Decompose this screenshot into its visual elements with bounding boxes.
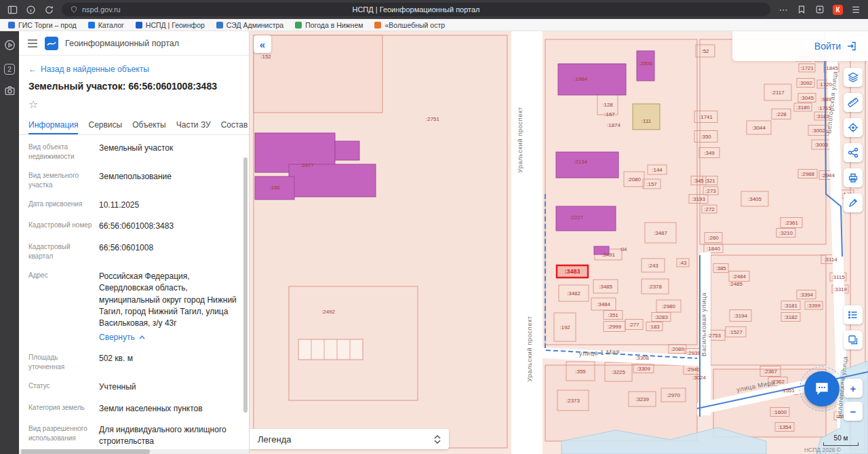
- parcel-label[interactable]: :3182: [784, 314, 798, 320]
- bookmark-item[interactable]: СЭД Администра: [216, 21, 283, 29]
- parcel-label[interactable]: :152: [260, 54, 271, 60]
- parcel-label[interactable]: :2367: [764, 368, 778, 375]
- parcel-label[interactable]: :3193: [692, 196, 706, 202]
- parcel-label[interactable]: :2117: [771, 90, 785, 96]
- bookmark-item[interactable]: Каталог: [88, 21, 124, 29]
- parcel-label[interactable]: :2999: [608, 324, 622, 330]
- parcel-label[interactable]: :3183: [816, 113, 830, 119]
- parcel-label[interactable]: :3210: [779, 230, 793, 236]
- panel-vertical-scrollbar[interactable]: [243, 157, 248, 418]
- parcel-label[interactable]: :273: [705, 188, 716, 194]
- parcel-label[interactable]: :1984: [574, 76, 588, 82]
- cadastral-block[interactable]: [711, 255, 826, 365]
- parcel-label[interactable]: :260: [708, 235, 719, 241]
- cadastral-block[interactable]: [254, 35, 382, 113]
- parcel-label[interactable]: :3024: [692, 375, 707, 381]
- bookmark-item[interactable]: «Волшебный остр: [374, 21, 445, 29]
- tabs-count-badge[interactable]: 2: [4, 64, 15, 75]
- parcel-label[interactable]: :1840: [707, 246, 721, 252]
- parcel-label[interactable]: :1715: [818, 105, 832, 111]
- parcel-label[interactable]: :2484: [732, 273, 747, 280]
- parcel-label[interactable]: :228: [776, 111, 787, 117]
- menu-icon[interactable]: [27, 39, 38, 48]
- favorite-star-icon[interactable]: ☆: [19, 93, 249, 113]
- extensions-more-icon[interactable]: ⋯: [778, 4, 789, 15]
- parcel-label[interactable]: :351: [608, 312, 618, 318]
- parcel-label[interactable]: :2506: [639, 60, 653, 67]
- parcel-label[interactable]: :3194: [734, 313, 748, 319]
- parcel-label[interactable]: :3482: [567, 290, 581, 297]
- parcel-label[interactable]: :3319: [833, 286, 848, 292]
- parcel-label[interactable]: :2944: [821, 172, 835, 178]
- map-layers-icon[interactable]: [844, 330, 863, 349]
- parcel-label[interactable]: :3092: [799, 80, 813, 86]
- edit-icon[interactable]: [844, 193, 863, 212]
- parcel-label[interactable]: :3044: [752, 125, 766, 131]
- address-bar[interactable]: nspd.gov.ru НСПД | Геоинформационный пор…: [62, 3, 770, 16]
- parcel-label[interactable]: :272: [704, 206, 715, 212]
- parcel-label[interactable]: :183: [649, 324, 660, 330]
- parcel-label[interactable]: :2362: [771, 379, 785, 385]
- parcel-label[interactable]: :321: [705, 178, 715, 184]
- bookmark-flag-icon[interactable]: [796, 4, 807, 15]
- parcel-label[interactable]: :1600: [773, 409, 787, 415]
- parcel-label[interactable]: :2134: [574, 159, 588, 165]
- parcel-label[interactable]: :3394: [800, 292, 814, 298]
- parcel-label[interactable]: :345: [693, 178, 704, 184]
- parcel-label[interactable]: :52: [701, 48, 709, 54]
- print-icon[interactable]: [844, 168, 863, 187]
- parcel-label[interactable]: :3405: [748, 196, 762, 202]
- parcel-label[interactable]: :2089: [671, 346, 685, 352]
- parcel-label[interactable]: :3180: [796, 105, 810, 111]
- parcel-label[interactable]: :111: [642, 118, 652, 124]
- parcel-label[interactable]: :277: [629, 322, 639, 328]
- share-icon[interactable]: [844, 143, 863, 162]
- page-info-icon[interactable]: [25, 4, 36, 15]
- bookmark-item[interactable]: НСПД | Геоинфор: [136, 21, 205, 29]
- panel-horizontal-scrollbar[interactable]: [19, 449, 249, 454]
- results-list-icon[interactable]: [844, 305, 863, 324]
- refresh-icon[interactable]: [43, 4, 54, 15]
- zoom-in-button[interactable]: +: [844, 379, 863, 398]
- parcel-label[interactable]: :355: [575, 368, 586, 375]
- parcel-label[interactable]: :1720: [818, 81, 833, 88]
- cadastral-map[interactable]: Уральский проспектУральский проспектВаси…: [250, 31, 868, 454]
- parcel-label[interactable]: :3483: [564, 268, 580, 275]
- parcel-label[interactable]: :349: [704, 150, 715, 156]
- ruler-icon[interactable]: [844, 93, 863, 112]
- player-icon[interactable]: [4, 39, 16, 54]
- login-button[interactable]: Войти: [814, 41, 841, 52]
- tab-Объекты[interactable]: Объекты: [132, 116, 166, 134]
- back-link[interactable]: ← Назад в найденные объекты: [19, 56, 249, 75]
- parcel-label[interactable]: :2378: [648, 284, 663, 290]
- parcel-label[interactable]: :167: [604, 111, 615, 117]
- parcel-label[interactable]: :3484: [597, 301, 611, 307]
- parcel-label[interactable]: :1845: [825, 65, 839, 71]
- tab-Информация[interactable]: Информация: [28, 116, 78, 134]
- sidebar-toggle-icon[interactable]: [7, 4, 18, 15]
- parcel-label[interactable]: :3309: [637, 366, 651, 372]
- parcel-label[interactable]: :192: [559, 324, 570, 330]
- parcel-label[interactable]: :157: [646, 181, 657, 187]
- parcel-label[interactable]: :3225: [612, 369, 626, 375]
- tab-Части ЗУ[interactable]: Части ЗУ: [176, 116, 211, 134]
- parcel-label[interactable]: :3002: [812, 128, 826, 134]
- coordinates-icon[interactable]: [844, 118, 863, 137]
- parcel-label[interactable]: :3239: [635, 396, 650, 402]
- tab-Сервисы[interactable]: Сервисы: [88, 116, 122, 134]
- tab-Состав[interactable]: Состав: [221, 116, 248, 134]
- address-collapse-link[interactable]: Свернуть: [99, 332, 146, 343]
- parcel-label[interactable]: :989: [821, 96, 831, 102]
- parcel-label[interactable]: :3283: [654, 314, 669, 320]
- screenshot-icon[interactable]: [4, 85, 16, 99]
- parcel-label[interactable]: :2485: [729, 281, 743, 287]
- parcel-label[interactable]: :2751: [426, 116, 440, 122]
- parcel-label[interactable]: :3308: [635, 355, 650, 361]
- parcel-label[interactable]: :2980: [662, 303, 676, 309]
- parcel-label[interactable]: :1551: [781, 387, 795, 394]
- parcel-label[interactable]: :3487: [654, 230, 668, 236]
- parcel-label[interactable]: :243: [648, 263, 658, 269]
- parcel-label[interactable]: :2080: [627, 176, 642, 183]
- zoom-out-button[interactable]: −: [844, 402, 863, 421]
- parcel-label[interactable]: :2988: [801, 171, 815, 177]
